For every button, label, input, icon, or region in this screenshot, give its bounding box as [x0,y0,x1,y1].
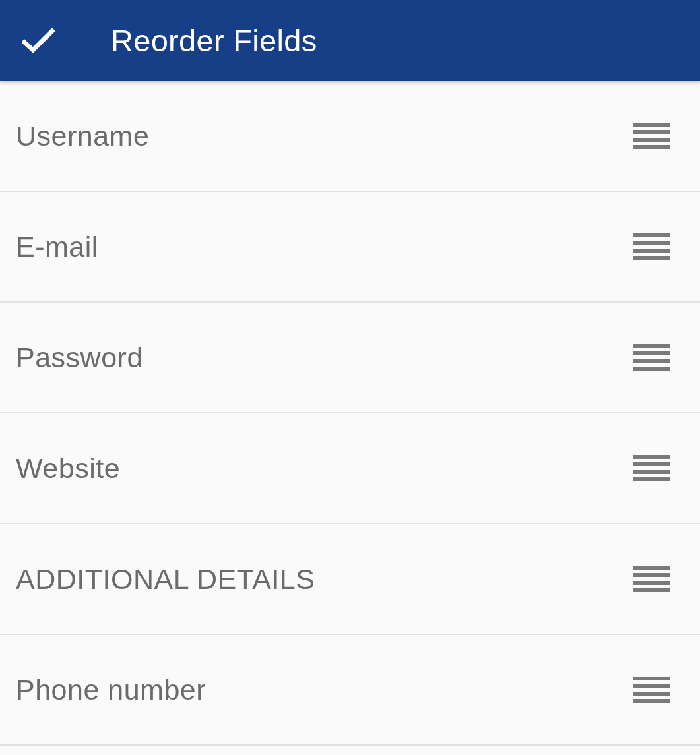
list-item[interactable]: Website [0,413,700,524]
field-label: Password [16,342,143,374]
list-item[interactable]: E-mail [0,192,700,303]
page-title: Reorder Fields [111,22,317,59]
field-label: Website [16,452,120,485]
check-icon [22,28,55,54]
drag-handle-icon[interactable] [633,455,670,481]
drag-handle-icon[interactable] [633,677,670,703]
drag-handle-icon[interactable] [633,233,670,260]
list-item[interactable]: Password [0,303,700,413]
field-label: ADDITIONAL DETAILS [16,563,315,595]
list-item[interactable]: ADDITIONAL DETAILS [0,524,700,635]
list-item[interactable]: Username [0,81,700,192]
field-label: Phone number [16,674,206,706]
confirm-button[interactable] [18,21,58,61]
drag-handle-icon[interactable] [633,123,670,149]
drag-handle-icon[interactable] [633,566,670,592]
list-item[interactable]: Phone number [0,635,700,746]
field-label: E-mail [16,231,98,263]
field-list: Username E-mail Password Website ADDITIO… [0,81,700,746]
field-label: Username [16,120,149,152]
app-bar: Reorder Fields [0,0,700,81]
drag-handle-icon[interactable] [633,344,670,371]
